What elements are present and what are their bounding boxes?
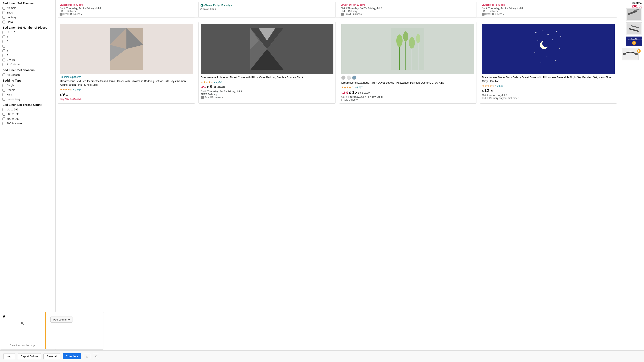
checkbox-floral[interactable]	[2, 20, 6, 24]
checkbox-900-above[interactable]	[2, 122, 6, 125]
swatch-grey[interactable]	[341, 76, 346, 80]
filter-6[interactable]: 6	[2, 44, 53, 48]
filter-900-above[interactable]: 900 & above	[2, 122, 53, 125]
checkbox-fantasy[interactable]	[2, 16, 6, 19]
checkbox-animals[interactable]	[2, 7, 6, 10]
price-currency-3: £	[350, 91, 351, 94]
filter-fantasy[interactable]: Fantasy	[2, 15, 53, 19]
cart-item-4: 2	[621, 48, 642, 60]
review-count-2[interactable]: 7,258	[216, 81, 222, 84]
checkbox-up-to-3[interactable]	[2, 31, 6, 34]
checkbox-8[interactable]	[2, 54, 6, 57]
filter-9-to-10[interactable]: 9 to 10	[2, 58, 53, 62]
price-whole-3: 15	[352, 90, 357, 95]
checkbox-all-season[interactable]	[2, 74, 6, 76]
filter-7[interactable]: 7	[2, 49, 53, 53]
complete-button[interactable]: Complete	[63, 353, 81, 359]
swatch-blue[interactable]	[352, 76, 356, 80]
delivery-info-1: Get it Thursday, Jul 7 - Friday, Jul 8	[60, 7, 193, 10]
checkbox-birds[interactable]	[2, 11, 6, 14]
free-delivery-2: FREE Delivery	[341, 10, 474, 13]
review-count-4[interactable]: 2,561	[497, 84, 504, 88]
cart-thumb-1	[626, 8, 642, 21]
product-title-1: Dreamscene Textured Geometric Scandi Duv…	[60, 79, 193, 87]
cart-thumb-2	[626, 22, 642, 35]
filter-4[interactable]: 4	[2, 35, 53, 39]
top-product-climate: Climate Pledge Friendly ▾ Amazon brand	[198, 2, 336, 18]
checkbox-300-to-599[interactable]	[2, 113, 6, 116]
checkbox-super-king[interactable]	[2, 98, 6, 101]
label-6: 6	[7, 44, 8, 48]
filter-super-king[interactable]: Super King	[2, 97, 53, 101]
chevron-up-button[interactable]: ▲	[84, 354, 90, 359]
price-row-2: -7% £ 9 99 £10.70	[201, 84, 334, 89]
reset-all-button[interactable]: Reset all	[44, 353, 60, 359]
product-title-4: Dreamscene Moon Stars Galaxy Duvet Cover…	[482, 76, 615, 83]
filter-600-to-899[interactable]: 600 to 899	[2, 117, 53, 121]
svg-text:✦: ✦	[559, 47, 560, 50]
label-animals: Animals	[7, 6, 16, 10]
product-card-4: ✦ ✦ ✦ ✦ ✦ Dreamscene Moon Stars Galaxy D…	[480, 22, 617, 104]
add-column-button[interactable]: Add column +	[50, 316, 72, 322]
filter-11-above[interactable]: 11 & above	[2, 63, 53, 66]
svg-text:✦: ✦	[554, 59, 556, 62]
free-delivery-product-3: FREE Delivery	[341, 98, 474, 101]
close-button[interactable]: ✕	[93, 354, 99, 359]
filter-floral[interactable]: Floral	[2, 20, 53, 24]
stars-3: ★★★★☆	[341, 86, 354, 89]
svg-rect-3	[482, 13, 484, 16]
filter-single[interactable]: Single	[2, 84, 53, 87]
checkbox-king[interactable]	[2, 93, 6, 96]
thread-count-title: Bed Linen Set Thread Count	[2, 103, 53, 106]
checkbox-11-above[interactable]	[2, 63, 6, 66]
checkbox-double[interactable]	[2, 89, 6, 92]
filter-300-to-599[interactable]: 300 to 599	[2, 112, 53, 116]
subtotal-price: £61.68	[621, 4, 642, 8]
filter-5[interactable]: 5	[2, 40, 53, 44]
color-link-1[interactable]: +3 colours/patterns	[60, 76, 193, 78]
price-decimal-2: 99	[214, 86, 216, 89]
svg-rect-0	[60, 13, 62, 16]
filter-up-to-3[interactable]: Up to 3	[2, 30, 53, 34]
label-all-season: All-Season	[7, 73, 20, 77]
checkbox-9-to-10[interactable]	[2, 58, 6, 62]
filter-birds[interactable]: Birds	[2, 11, 53, 14]
help-button[interactable]: Help	[3, 353, 15, 359]
filter-king[interactable]: King	[2, 93, 53, 96]
filter-all-season[interactable]: All-Season	[2, 73, 53, 77]
right-sidebar: Subtotal £61.68	[619, 0, 644, 362]
discount-badge-3: -16%	[341, 91, 348, 94]
checkbox-600-to-899[interactable]	[2, 118, 6, 120]
review-count-1[interactable]: 3,024	[75, 88, 82, 91]
top-product-2: Lowest price in 30 days Get it Thursday,…	[339, 2, 476, 18]
delivery-4: Get it tomorrow, Jul 5	[482, 94, 615, 97]
checkbox-4[interactable]	[2, 36, 6, 38]
review-count-3[interactable]: 6,797	[356, 86, 363, 89]
bedding-type-title: Bedding Type	[2, 79, 53, 82]
swatch-light[interactable]	[347, 76, 351, 80]
label-900-above: 900 & above	[7, 122, 22, 125]
filter-8[interactable]: 8	[2, 54, 53, 57]
filter-double[interactable]: Double	[2, 88, 53, 92]
label-up-to-3: Up to 3	[7, 30, 15, 34]
product-image-3	[341, 24, 474, 74]
svg-text:✦: ✦	[540, 62, 542, 64]
product-area: Lowest price in 30 days Get it Thursday,…	[56, 0, 619, 362]
price-row-1: £ 9 99	[60, 92, 193, 97]
bedding-type-filter-section: Bedding Type Single Double King Super Ki…	[2, 79, 53, 101]
report-failure-button[interactable]: Report Failure	[18, 353, 41, 359]
select-text-hint: Select text on the page	[10, 344, 36, 347]
label-floral: Floral	[7, 20, 14, 24]
checkbox-single[interactable]	[2, 84, 6, 87]
svg-point-22	[409, 37, 415, 48]
checkbox-5[interactable]	[2, 40, 6, 43]
filter-up-to-299[interactable]: Up to 299	[2, 108, 53, 112]
price-whole-4: 12	[484, 88, 489, 93]
checkbox-6[interactable]	[2, 45, 6, 48]
filter-animals[interactable]: Animals	[2, 6, 53, 10]
badge-num-2: 2	[637, 49, 641, 53]
checkbox-7[interactable]	[2, 50, 6, 52]
cart-item-1	[621, 8, 642, 21]
checkbox-up-to-299[interactable]	[2, 108, 6, 111]
bottom-toolbar: Help Report Failure Reset all Complete ▲…	[0, 350, 644, 362]
